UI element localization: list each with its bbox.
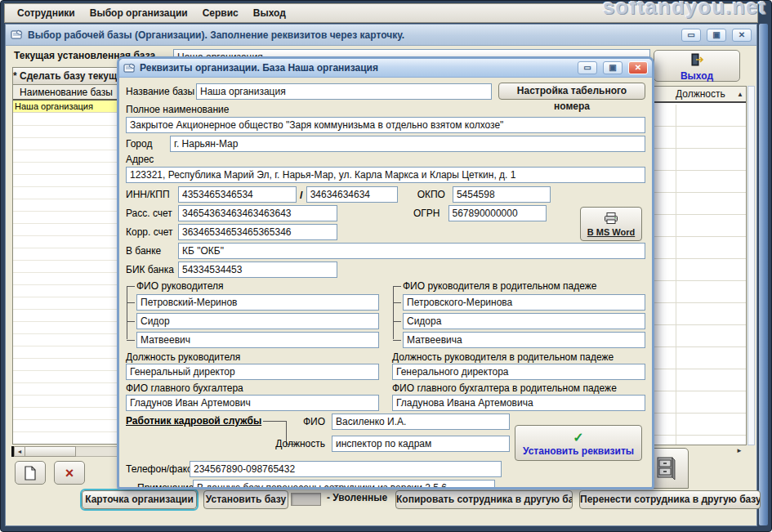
accountant-fio-genitive-label: ФИО главного бухгалтера в родительном па… xyxy=(392,382,645,394)
hr-worker-label: Работник кадровой службы xyxy=(126,415,261,427)
head-fio-genitive-group: ФИО руководителя в родительном падеже xyxy=(392,280,645,348)
corr-account-input[interactable] xyxy=(178,224,337,240)
head-surname-genitive-input[interactable] xyxy=(403,294,645,311)
hr-post-label: Должность xyxy=(273,438,325,449)
head-name-genitive-input[interactable] xyxy=(403,313,645,329)
cabinet-icon xyxy=(655,456,676,481)
note-label: Примечание xyxy=(137,482,193,487)
head-patronymic-genitive-input[interactable] xyxy=(403,332,645,348)
dialog-body: Название базы Настройка табельного номер… xyxy=(119,78,652,487)
hr-post-input[interactable] xyxy=(332,436,510,452)
head-post-input[interactable] xyxy=(126,364,379,380)
accountant-fio-genitive-input[interactable] xyxy=(392,395,645,411)
window-right-border xyxy=(759,24,768,525)
head-fio-group-title: ФИО руководителя xyxy=(136,280,379,292)
menu-org-select[interactable]: Выбор организации xyxy=(83,5,195,21)
scroll-left-icon[interactable]: ◄ xyxy=(14,446,25,457)
base-select-titlebar: Выбор рабочей базы (Организации). Заполн… xyxy=(6,25,756,46)
fired-legend-label: - Уволенные xyxy=(327,492,387,503)
exit-door-icon xyxy=(689,53,704,66)
city-label: Город xyxy=(126,138,170,150)
dialog-title: Реквизиты организации. База Наша организ… xyxy=(140,62,378,74)
position-column-header[interactable]: Должность ▲ xyxy=(654,87,746,103)
base-select-client: Текущая установленная база * Сделать баз… xyxy=(7,47,756,525)
dialog-titlebar[interactable]: Реквизиты организации. База Наша организ… xyxy=(119,59,652,78)
app-window: Сотрудники Выбор организации Сервис Выхо… xyxy=(0,0,772,532)
export-word-button[interactable]: В MS Word xyxy=(580,207,642,241)
move-employee-button[interactable]: Перенести сотрудника в другую базу xyxy=(579,490,761,509)
card-icon xyxy=(11,29,23,40)
kpp-input[interactable] xyxy=(306,186,398,203)
bik-input[interactable] xyxy=(178,262,337,278)
base-name-column-header[interactable]: Наименование базы xyxy=(13,85,119,101)
scrollbar-track[interactable] xyxy=(76,446,120,457)
close-icon[interactable]: ✕ xyxy=(732,29,752,42)
new-base-button[interactable] xyxy=(15,461,46,485)
close-icon[interactable]: ✕ xyxy=(628,61,648,74)
copy-employee-button[interactable]: Копировать сотрудника в другую базу xyxy=(395,490,573,509)
hr-worker-section: Работник кадровой службы ФИО Должность xyxy=(126,414,645,458)
position-header-label: Должность xyxy=(676,88,725,100)
address-input[interactable] xyxy=(126,167,645,183)
set-base-button[interactable]: Установить базу xyxy=(203,490,288,509)
minimize-icon[interactable]: ▭ xyxy=(578,61,597,74)
base-row-selected[interactable]: Наша организация xyxy=(13,101,119,113)
inn-input[interactable] xyxy=(178,186,297,203)
export-word-label: В MS Word xyxy=(581,227,641,237)
scrollbar-thumb[interactable] xyxy=(25,446,76,457)
head-fio-genitive-title: ФИО руководителя в родительном падеже xyxy=(403,280,645,292)
note-input[interactable] xyxy=(193,480,495,487)
hr-fio-input[interactable] xyxy=(332,414,510,430)
base-list-hscrollbar[interactable]: ◄ xyxy=(11,446,120,457)
base-name-label: Название базы xyxy=(126,86,196,97)
position-table: Должность ▲ xyxy=(654,86,747,445)
menu-service[interactable]: Сервис xyxy=(195,5,246,21)
okpo-input[interactable] xyxy=(453,186,551,203)
base-select-window: Выбор рабочей базы (Организации). Заполн… xyxy=(5,24,757,526)
account-input[interactable] xyxy=(178,205,337,221)
accountant-fio-input[interactable] xyxy=(126,395,379,411)
set-requisites-label: Установить реквизиты xyxy=(515,445,641,457)
menu-employees[interactable]: Сотрудники xyxy=(10,5,83,21)
head-post-genitive-input[interactable] xyxy=(392,364,645,380)
bank-input[interactable] xyxy=(178,243,645,259)
scroll-right-icon[interactable]: ► xyxy=(736,447,743,454)
ogrn-label: ОГРН xyxy=(413,208,440,219)
exit-button[interactable]: Выход xyxy=(654,50,740,82)
head-patronymic-input[interactable] xyxy=(136,332,379,348)
head-name-input[interactable] xyxy=(136,313,379,329)
checkmark-icon: ✓ xyxy=(515,431,641,445)
printer-icon xyxy=(604,212,618,224)
column-divider xyxy=(676,105,676,445)
ogrn-input[interactable] xyxy=(448,205,547,221)
base-name-input[interactable] xyxy=(196,83,492,100)
bik-label: БИК банка xyxy=(126,264,178,275)
inn-kpp-slash: / xyxy=(297,189,306,201)
sort-asc-icon[interactable]: ▲ xyxy=(737,91,743,98)
make-base-current-button[interactable]: * Сделать базу текущей xyxy=(13,68,119,85)
full-name-input[interactable] xyxy=(126,117,645,133)
phone-fax-label: Телефон/факс xyxy=(126,463,190,475)
exit-button-label: Выход xyxy=(654,70,739,82)
phone-fax-input[interactable] xyxy=(190,461,502,477)
address-label: Адрес xyxy=(126,154,645,165)
head-fio-group: ФИО руководителя xyxy=(126,280,379,348)
org-card-button[interactable]: Карточка организации xyxy=(82,490,197,509)
fired-color-swatch xyxy=(291,493,321,506)
minimize-icon[interactable]: ▭ xyxy=(681,29,701,42)
tab-number-settings-button[interactable]: Настройка табельного номера xyxy=(498,83,645,100)
head-surname-input[interactable] xyxy=(136,294,379,311)
account-label: Расс. счет xyxy=(126,208,178,219)
head-post-label: Должность руководителя xyxy=(126,351,379,363)
delete-base-button[interactable]: × xyxy=(54,461,85,485)
new-document-icon xyxy=(24,466,37,481)
city-input[interactable] xyxy=(170,136,645,152)
inn-kpp-label: ИНН/КПП xyxy=(126,189,178,200)
maximize-icon[interactable]: ▣ xyxy=(707,29,726,42)
menu-exit[interactable]: Выход xyxy=(246,5,293,21)
position-table-vscrollbar[interactable] xyxy=(747,86,755,445)
delete-x-icon: × xyxy=(65,466,74,481)
set-requisites-button[interactable]: ✓ Установить реквизиты xyxy=(515,425,642,461)
maximize-icon[interactable]: ▣ xyxy=(603,61,623,74)
corr-account-label: Корр. счет xyxy=(126,226,178,238)
